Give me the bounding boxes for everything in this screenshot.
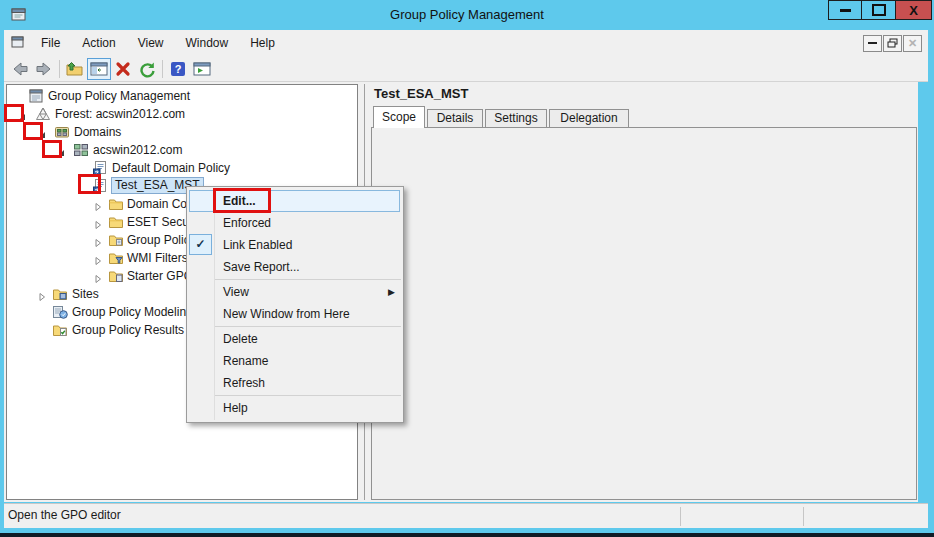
menu-file[interactable]: File <box>30 32 71 54</box>
folder-icon <box>108 214 124 230</box>
group-policy-results-icon <box>52 322 68 338</box>
domain-icon <box>73 142 89 158</box>
tab-settings[interactable]: Settings <box>485 109 547 128</box>
gpmc-window: Group Policy Management X File Action Vi… <box>0 0 934 537</box>
tree-item-default-domain-policy[interactable]: Default Domain Policy <box>8 159 357 177</box>
toolbar-separator <box>59 60 60 78</box>
tab-delegation[interactable]: Delegation <box>549 109 629 128</box>
help-button[interactable]: ? <box>166 58 190 80</box>
close-icon: X <box>909 4 918 17</box>
domains-icon <box>54 124 70 140</box>
mdi-minimize-button[interactable] <box>863 35 882 52</box>
close-button[interactable]: X <box>895 0 932 20</box>
menu-window[interactable]: Window <box>175 32 240 54</box>
checkmark-icon: ✓ <box>189 234 212 255</box>
tree-item-domains[interactable]: Domains <box>8 123 357 141</box>
folder-icon <box>108 196 124 212</box>
context-menu-enforced[interactable]: Enforced <box>187 212 403 234</box>
menu-help[interactable]: Help <box>239 32 286 54</box>
refresh-button[interactable] <box>135 58 159 80</box>
back-icon <box>10 60 30 78</box>
forward-button[interactable] <box>32 58 56 80</box>
tree-item-label: Forest: acswin2012.com <box>55 106 185 122</box>
minimize-button[interactable] <box>828 0 862 20</box>
refresh-icon <box>138 60 157 78</box>
forest-icon <box>35 106 51 122</box>
svg-text:?: ? <box>175 63 182 75</box>
gpo-title: Test_ESA_MST <box>374 86 468 101</box>
tree-item-label: Sites <box>72 286 99 302</box>
tree-item-label: Default Domain Policy <box>112 160 230 176</box>
tree-item-label: Group Policy Management <box>48 88 190 104</box>
menu-bar: File Action View Window Help ✕ <box>4 30 928 56</box>
annotation-box-domain-arrow <box>42 140 62 158</box>
delete-button[interactable] <box>111 58 135 80</box>
toolbar: ? <box>4 56 928 82</box>
status-bar: Open the GPO editor <box>4 503 928 528</box>
wmi-filters-folder-icon <box>108 250 124 266</box>
tree-item-group-policy-management[interactable]: Group Policy Management <box>8 87 357 105</box>
show-console-tree-icon <box>89 60 109 78</box>
tree-item-forest[interactable]: Forest: acswin2012.com <box>8 105 357 123</box>
context-menu-view[interactable]: View ▶ <box>187 281 403 303</box>
up-one-level-button[interactable] <box>63 58 87 80</box>
console-window-icon <box>10 34 26 53</box>
toolbar-separator <box>162 60 163 78</box>
gpmc-icon <box>28 88 44 104</box>
screen-edge <box>0 533 934 537</box>
menu-separator <box>215 279 401 280</box>
up-one-level-icon <box>65 60 85 78</box>
title-bar: Group Policy Management X <box>0 0 934 30</box>
maximize-icon <box>872 4 886 16</box>
expand-arrow-collapsed-icon[interactable] <box>93 271 103 281</box>
expand-arrow-collapsed-icon[interactable] <box>93 253 103 263</box>
tree-item-label: Group Policy Results <box>72 322 184 338</box>
context-menu-rename[interactable]: Rename <box>187 350 403 372</box>
menu-action[interactable]: Action <box>71 32 126 54</box>
status-text: Open the GPO editor <box>8 508 121 522</box>
tree-item-label: Group Policy Modeling <box>72 304 193 320</box>
show-console-tree-button[interactable] <box>87 58 111 80</box>
annotation-box-forest-arrow <box>4 104 24 122</box>
context-menu: Edit... Enforced ✓ Link Enabled Save Rep… <box>186 186 404 423</box>
mdi-close-button[interactable]: ✕ <box>903 35 922 52</box>
group-policy-modeling-icon <box>52 304 68 320</box>
scope-tab-panel <box>371 127 917 500</box>
gpo-folder-icon <box>108 232 124 248</box>
mdi-restore-button[interactable] <box>883 35 902 52</box>
menu-view[interactable]: View <box>127 32 175 54</box>
tab-scope[interactable]: Scope <box>373 106 425 128</box>
expand-arrow-collapsed-icon[interactable] <box>93 199 103 209</box>
starter-gpos-folder-icon <box>108 268 124 284</box>
expand-arrow-collapsed-icon[interactable] <box>37 289 47 299</box>
help-icon: ? <box>169 60 187 78</box>
menu-separator <box>215 395 401 396</box>
expand-arrow-collapsed-icon[interactable] <box>93 217 103 227</box>
back-button[interactable] <box>8 58 32 80</box>
window-title: Group Policy Management <box>0 7 934 22</box>
tree-item-label: Domains <box>74 124 121 140</box>
submenu-arrow-icon: ▶ <box>388 281 395 303</box>
context-menu-new-window-from-here[interactable]: New Window from Here <box>187 303 403 325</box>
expand-arrow-collapsed-icon[interactable] <box>93 235 103 245</box>
new-window-button[interactable] <box>190 58 214 80</box>
menu-separator <box>215 326 401 327</box>
minimize-icon <box>840 9 851 12</box>
delete-icon <box>114 60 132 78</box>
context-menu-help[interactable]: Help <box>187 397 403 419</box>
new-window-icon <box>192 60 212 78</box>
annotation-box-edit-menu-item <box>213 188 271 213</box>
main-area: Group Policy Management Forest: acswin20… <box>4 82 918 502</box>
context-menu-refresh[interactable]: Refresh <box>187 372 403 394</box>
tree-item-label: acswin2012.com <box>93 142 182 158</box>
sites-folder-icon <box>52 286 68 302</box>
context-menu-delete[interactable]: Delete <box>187 328 403 350</box>
forward-icon <box>34 60 54 78</box>
tree-item-label: WMI Filters <box>127 250 188 266</box>
annotation-box-gpo-icon <box>78 174 101 194</box>
tab-details[interactable]: Details <box>427 109 483 128</box>
context-menu-save-report[interactable]: Save Report... <box>187 256 403 278</box>
context-menu-link-enabled[interactable]: ✓ Link Enabled <box>187 234 403 256</box>
maximize-button[interactable] <box>861 0 896 20</box>
annotation-box-domains-arrow <box>23 122 43 140</box>
